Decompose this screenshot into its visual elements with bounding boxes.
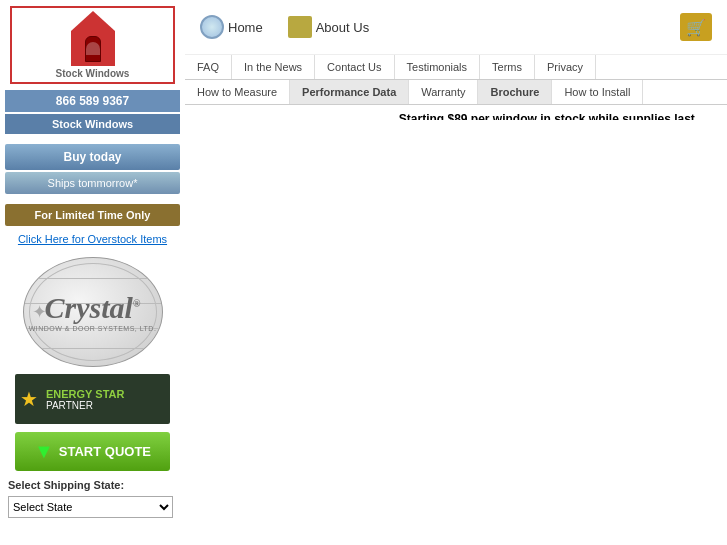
energy-star-logo: ★ — [20, 387, 38, 411]
energy-star-text: ENERGY STAR PARTNER — [46, 388, 124, 411]
state-select-dropdown[interactable]: Select State — [8, 496, 173, 518]
home-label: Home — [228, 20, 263, 35]
arrow-down-icon: ▼ — [34, 440, 54, 463]
about-label: About Us — [316, 20, 369, 35]
ships-tomorrow-button[interactable]: Ships tommorrow* — [5, 172, 180, 194]
promo-banner: Starting $89 per window in stock while s… — [385, 110, 712, 120]
top-nav-area: Home About Us 🛒 FAQ In the News Contact … — [185, 0, 727, 105]
overstock-link[interactable]: Click Here for Overstock Items — [0, 228, 185, 250]
window-arch — [86, 42, 100, 55]
reg-symbol: ® — [133, 298, 140, 309]
buy-today-button[interactable]: Buy today — [5, 144, 180, 170]
select-state-label: Select Shipping State: — [8, 479, 177, 491]
tab-contact-us[interactable]: Contact Us — [315, 55, 394, 79]
main-content: Starting $89 per window in stock while s… — [370, 100, 727, 120]
crystal-logo: ✦ Crystal® WINDOW & DOOR SYSTEMS, LTD. — [13, 254, 173, 369]
tab-in-the-news[interactable]: In the News — [232, 55, 315, 79]
energy-text-line2: PARTNER — [46, 400, 124, 411]
tab-privacy[interactable]: Privacy — [535, 55, 596, 79]
cart-icon[interactable]: 🛒 — [680, 13, 712, 41]
tab-terms[interactable]: Terms — [480, 55, 535, 79]
logo-text: Stock Windows — [56, 68, 130, 79]
top-header: Home About Us 🛒 — [185, 0, 727, 55]
primary-nav: Home About Us — [200, 15, 369, 39]
energy-star-icon: ★ — [20, 387, 38, 411]
start-quote-button[interactable]: ▼ START QUOTE — [15, 432, 170, 471]
crystal-text: Crystal® — [45, 291, 141, 325]
house-body — [71, 31, 115, 66]
phone-number: 866 589 9367 — [5, 90, 180, 112]
about-icon — [288, 16, 312, 38]
limited-time-banner: For Limited Time Only — [5, 204, 180, 226]
energy-star-badge: ★ ENERGY STAR PARTNER — [15, 374, 170, 424]
door-icon — [85, 36, 101, 62]
home-nav-item[interactable]: Home — [200, 15, 263, 39]
logo-box: Stock Windows — [10, 6, 175, 84]
cart-symbol: 🛒 — [686, 18, 706, 37]
crystal-subtitle: WINDOW & DOOR SYSTEMS, LTD. — [24, 325, 162, 332]
crystal-circle: ✦ Crystal® WINDOW & DOOR SYSTEMS, LTD. — [23, 257, 163, 367]
globe-line4 — [24, 348, 162, 349]
nav-row-1: FAQ In the News Contact Us Testimonials … — [185, 55, 727, 80]
tab-how-to-measure[interactable]: How to Measure — [185, 80, 290, 104]
company-name: Stock Windows — [5, 114, 180, 134]
energy-text-line1: ENERGY STAR — [46, 388, 124, 400]
globe-icon — [200, 15, 224, 39]
sidebar: Stock Windows 866 589 9367 Stock Windows… — [0, 0, 185, 545]
logo-house — [63, 11, 123, 66]
roof-icon — [71, 11, 115, 31]
about-nav-item[interactable]: About Us — [288, 16, 369, 38]
tab-testimonials[interactable]: Testimonials — [395, 55, 481, 79]
tab-faq[interactable]: FAQ — [185, 55, 232, 79]
globe-line1 — [24, 278, 162, 279]
